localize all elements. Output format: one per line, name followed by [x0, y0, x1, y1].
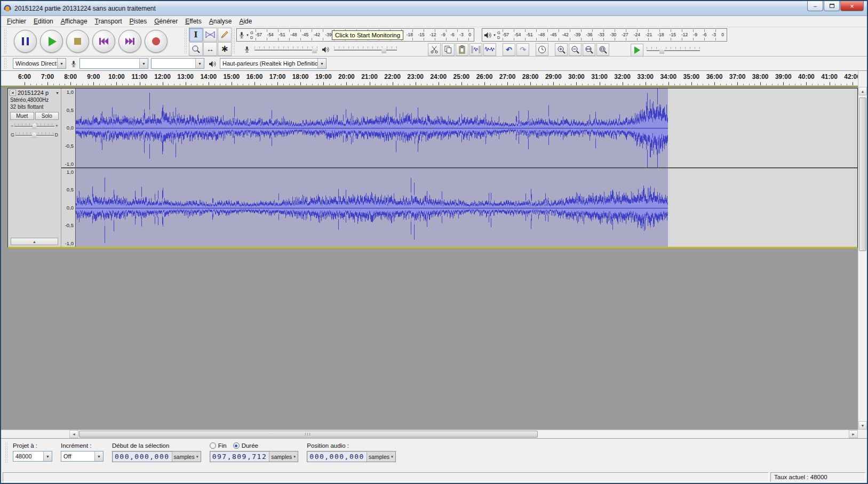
- toolbar-gripper[interactable]: [233, 29, 235, 54]
- skip-to-end-button[interactable]: [118, 30, 141, 53]
- end-radio[interactable]: [210, 442, 216, 449]
- solo-button[interactable]: Solo: [35, 112, 59, 120]
- recording-device-select[interactable]: ▼: [79, 58, 148, 69]
- selection-length-field[interactable]: 097,809,712 samples▼: [210, 451, 299, 462]
- waveform-right[interactable]: [76, 168, 857, 247]
- waveform-canvas-left[interactable]: [76, 88, 668, 167]
- undo-button[interactable]: ↶: [503, 43, 515, 56]
- toolbar-gripper[interactable]: [185, 29, 187, 54]
- playback-meter[interactable]: ▼ G D -57-54-51-48-45-42-39-36-33-30-27-…: [482, 28, 727, 42]
- menu-item[interactable]: Affichage: [57, 17, 91, 26]
- selection-start-field[interactable]: 000,000,000 samples▼: [112, 451, 201, 462]
- cut-button[interactable]: [428, 43, 441, 56]
- mute-button[interactable]: Muet: [10, 112, 34, 120]
- menu-item[interactable]: Edition: [30, 17, 57, 26]
- pan-right-label: D: [55, 132, 59, 138]
- zoom-out-button[interactable]: [569, 43, 582, 56]
- redo-button[interactable]: ↷: [516, 43, 529, 56]
- vertical-scrollbar[interactable]: ▲ ▼: [858, 87, 867, 430]
- play-button[interactable]: [40, 30, 63, 53]
- track-control-panel[interactable]: × 20151224 p ▼ Stéréo,48000Hz 32 bits fl…: [8, 88, 61, 247]
- track-name[interactable]: 20151224 p: [18, 90, 54, 96]
- audio-position-label: Position audio :: [307, 442, 396, 449]
- chevron-down-icon[interactable]: ▼: [139, 59, 148, 68]
- snap-select[interactable]: Off ▼: [61, 451, 103, 462]
- toolbar-gripper[interactable]: [5, 443, 7, 464]
- multi-tool-button[interactable]: ∗: [218, 42, 232, 56]
- vertical-scale-left[interactable]: 1,00,50,0-0,5-1,0: [61, 88, 76, 167]
- audio-position-value[interactable]: 000,000,000: [307, 453, 367, 461]
- scroll-left-button[interactable]: ◄: [69, 430, 78, 438]
- scroll-right-button[interactable]: ►: [849, 430, 858, 438]
- pan-slider[interactable]: [15, 131, 53, 139]
- chevron-down-icon[interactable]: ▼: [317, 59, 326, 68]
- minimize-button[interactable]: –: [807, 1, 823, 11]
- menu-item[interactable]: Pistes: [125, 17, 150, 26]
- menu-item[interactable]: Transport: [91, 17, 126, 26]
- play-speed-slider[interactable]: [647, 46, 700, 54]
- playback-device-select[interactable]: Haut-parleurs (Realtek High Definition ▼: [220, 58, 327, 69]
- chevron-down-icon[interactable]: ▼: [195, 59, 204, 68]
- menu-item[interactable]: Effets: [181, 17, 205, 26]
- audio-position-field[interactable]: 000,000,000 samples▼: [307, 451, 396, 462]
- audio-host-select[interactable]: Windows DirectS ▼: [13, 58, 66, 69]
- vertical-scale-right[interactable]: 1,00,50,0-0,5-1,0: [61, 168, 76, 247]
- meter-dropdown-icon[interactable]: ▼: [493, 34, 496, 37]
- sync-lock-button[interactable]: [536, 43, 548, 56]
- chevron-down-icon[interactable]: ▼: [57, 59, 66, 68]
- chevron-down-icon[interactable]: ▼: [43, 451, 52, 461]
- menu-item[interactable]: Aide: [235, 17, 256, 26]
- zoom-tool-button[interactable]: [189, 42, 203, 56]
- record-button[interactable]: [145, 30, 168, 53]
- trim-audio-button[interactable]: [469, 43, 482, 56]
- track-menu-icon[interactable]: ▼: [55, 91, 59, 95]
- selection-tool-button[interactable]: I: [189, 28, 203, 42]
- zoom-in-button[interactable]: [555, 43, 568, 56]
- length-radio-label[interactable]: Durée: [242, 442, 258, 449]
- scroll-up-button[interactable]: ▲: [858, 87, 867, 95]
- chevron-down-icon[interactable]: ▼: [94, 451, 103, 461]
- maximize-button[interactable]: [824, 1, 840, 11]
- end-radio-label[interactable]: Fin: [218, 442, 227, 449]
- fit-selection-button[interactable]: [583, 43, 595, 56]
- selection-start-value[interactable]: 000,000,000: [113, 453, 172, 461]
- menu-item[interactable]: Générer: [150, 17, 181, 26]
- toolbar-gripper[interactable]: [4, 29, 6, 54]
- vertical-scroll-thumb[interactable]: [859, 98, 866, 251]
- recording-channels-select[interactable]: ▼: [151, 58, 204, 69]
- play-at-speed-button[interactable]: [631, 44, 643, 57]
- project-rate-select[interactable]: 48000 ▼: [13, 451, 52, 462]
- close-button[interactable]: ×: [840, 1, 864, 11]
- timeline-ruler[interactable]: 6:007:008:009:0010:0011:0012:0013:0014:0…: [1, 71, 858, 87]
- menu-item[interactable]: Analyse: [205, 17, 236, 26]
- copy-button[interactable]: [442, 43, 455, 56]
- zoom-tool-icon: [192, 45, 201, 54]
- paste-button[interactable]: [456, 43, 468, 56]
- silence-audio-button[interactable]: [483, 43, 496, 56]
- horizontal-scrollbar[interactable]: ◄ ►: [69, 430, 858, 438]
- timeshift-tool-button[interactable]: ↔: [203, 42, 217, 56]
- title-bar[interactable]: 20151224 partie 20131224 sans aucun trai…: [1, 1, 867, 16]
- fit-project-button[interactable]: [596, 43, 609, 56]
- length-radio[interactable]: [233, 442, 240, 449]
- pause-button[interactable]: [14, 30, 37, 53]
- draw-tool-button[interactable]: [218, 28, 232, 42]
- stop-button[interactable]: [66, 30, 89, 53]
- waveform-canvas-right[interactable]: [76, 168, 668, 247]
- waveform-left[interactable]: [76, 88, 857, 167]
- track-close-button[interactable]: ×: [10, 90, 16, 96]
- skip-to-start-button[interactable]: [92, 30, 115, 53]
- selection-length-value[interactable]: 097,809,712: [210, 453, 269, 461]
- toolbar-gripper[interactable]: [4, 58, 6, 69]
- scroll-down-button[interactable]: ▼: [858, 421, 867, 430]
- track-collapse-button[interactable]: ▲: [11, 238, 58, 245]
- audio-track[interactable]: × 20151224 p ▼ Stéréo,48000Hz 32 bits fl…: [7, 88, 858, 248]
- output-volume-slider[interactable]: [334, 45, 397, 54]
- gain-slider[interactable]: [14, 122, 54, 130]
- menu-item[interactable]: Fichier: [3, 17, 30, 26]
- input-volume-slider[interactable]: [254, 45, 317, 54]
- envelope-tool-button[interactable]: [203, 28, 217, 42]
- horizontal-scroll-thumb[interactable]: [79, 431, 538, 438]
- channel-left: 1,00,50,0-0,5-1,0: [61, 88, 857, 167]
- meter-dropdown-icon[interactable]: ▼: [246, 34, 249, 37]
